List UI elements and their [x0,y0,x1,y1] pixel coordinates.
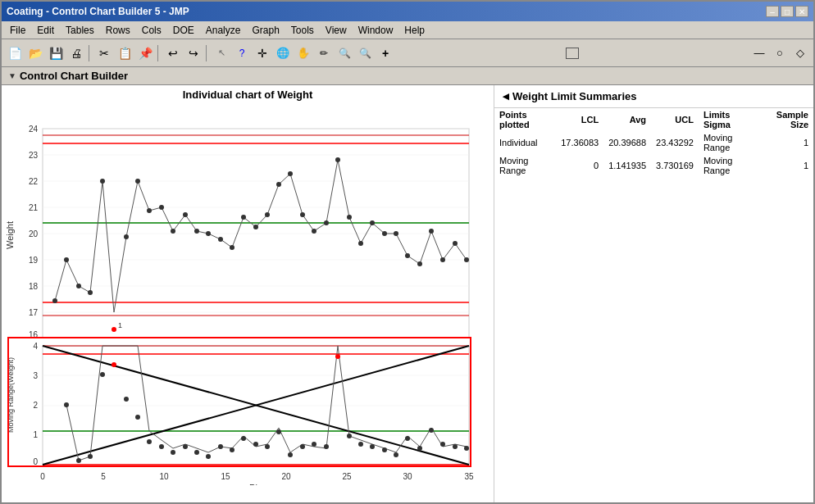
toolbar-circle[interactable]: ○ [770,43,790,63]
data-point [147,208,152,213]
data-point [440,257,445,262]
menu-file[interactable]: File [5,24,30,37]
close-button[interactable]: ✕ [795,6,808,17]
data-point [358,241,363,246]
mr-data-point [159,444,164,449]
menu-tools[interactable]: Tools [286,24,319,37]
toolbar-paste[interactable]: 📌 [135,43,155,63]
chart-title: Individual chart of Weight [2,85,494,104]
data-point [159,205,164,210]
svg-text:19: 19 [29,256,39,265]
svg-text:2: 2 [33,401,38,410]
menu-rows[interactable]: Rows [101,24,135,37]
toolbar-undo[interactable]: ↩ [163,43,183,63]
mr-data-point [206,454,211,459]
data-point [52,298,57,303]
data-point [370,220,375,225]
mr-data-point [347,434,352,438]
menu-help[interactable]: Help [399,24,430,37]
summary-collapse-icon[interactable]: ◀ [503,92,509,101]
toolbar-diamond[interactable]: ◇ [790,43,810,63]
toolbar-move[interactable]: ✛ [253,43,272,63]
svg-text:5: 5 [101,472,106,481]
svg-text:10: 10 [159,472,169,481]
toolbar-question[interactable]: ? [232,43,252,63]
toolbar-pen[interactable]: ✏ [314,43,334,63]
table-row: Individual 17.36083 20.39688 23.43292 Mo… [494,131,813,154]
mr-data-point [64,402,69,407]
mr-data-point [241,436,246,441]
toolbar-new[interactable]: 📄 [5,43,25,63]
data-point [124,234,129,239]
col-header-limits: Limits Sigma [699,108,758,131]
mr-data-point [147,439,152,444]
section-header: ▼ Control Chart Builder [2,67,813,85]
chart-area: Individual chart of Weight Weight Moving… [2,85,494,502]
collapse-icon[interactable]: ▼ [8,71,16,80]
menu-window[interactable]: Window [353,24,398,37]
row2-avg: 1.141935 [603,154,651,177]
svg-text:24: 24 [29,125,39,134]
toolbar: 📄 📂 💾 🖨 ✂ 📋 📌 ↩ ↪ ↖ ? ✛ 🌐 ✋ ✏ 🔍 🔍 + — ○ … [2,39,813,67]
data-point [464,257,469,262]
toolbar-sep1 [89,45,92,61]
svg-text:0: 0 [40,472,45,481]
menu-view[interactable]: View [321,24,352,37]
mr-data-point [440,442,445,447]
data-point [253,225,258,229]
toolbar-globe[interactable]: 🌐 [273,43,293,63]
row1-avg: 20.39688 [603,131,651,154]
svg-text:23: 23 [29,151,39,160]
mr-data-point [265,444,270,449]
mr-data-point [324,444,329,449]
toolbar-cut[interactable]: ✂ [94,43,114,63]
toolbar-open[interactable]: 📂 [25,43,45,63]
data-point [405,253,410,258]
data-point [88,290,93,295]
mr-data-point [288,452,293,457]
data-point [335,157,340,162]
toolbar-zoom-out[interactable]: 🔍 [335,43,354,63]
mr-data-point [183,444,188,449]
mr-data-point [429,428,434,433]
data-point [288,171,293,176]
toolbar-cursor[interactable]: ↖ [212,43,231,63]
col-header-points: Pointsplotted [494,108,556,131]
menu-tables[interactable]: Tables [61,24,99,37]
maximize-button[interactable]: □ [781,6,794,17]
data-point [100,179,105,184]
main-window: Coating - Control Chart Builder 5 - JMP … [0,0,815,504]
svg-rect-0 [43,129,469,338]
menu-graph[interactable]: Graph [247,24,284,37]
col-header-avg: Avg [603,108,651,131]
svg-text:35: 35 [464,472,474,481]
menu-edit[interactable]: Edit [32,24,59,37]
data-point [382,231,387,236]
svg-text:25: 25 [342,472,352,481]
toolbar-plus[interactable]: + [376,43,395,63]
data-point [429,229,434,234]
data-point [394,231,398,236]
toolbar-save[interactable]: 💾 [46,43,66,63]
toolbar-hand[interactable]: ✋ [294,43,313,63]
menu-analyze[interactable]: Analyze [201,24,246,37]
toolbar-zoom-in[interactable]: 🔍 [355,43,375,63]
data-point [218,237,223,242]
toolbar-redo[interactable]: ↪ [184,43,203,63]
main-chart-svg[interactable]: Weight Moving Range(Weight) 24 23 22 21 … [2,104,477,485]
toolbar-copy[interactable]: 📋 [115,43,134,63]
mr-data-point [300,444,305,449]
menu-bar: File Edit Tables Rows Cols DOE Analyze G… [2,21,813,39]
menu-cols[interactable]: Cols [137,24,166,37]
mr-data-point [194,450,199,455]
toolbar-print[interactable]: 🖨 [66,43,86,63]
toolbar-line[interactable]: — [749,43,769,63]
data-point [171,229,175,234]
toolbar-rect[interactable] [566,48,579,59]
row1-limits: Moving Range [699,131,758,154]
title-bar: Coating - Control Chart Builder 5 - JMP … [2,2,813,21]
minimize-button[interactable]: – [766,6,779,17]
menu-doe[interactable]: DOE [168,24,199,37]
svg-text:17: 17 [29,308,39,317]
svg-text:15: 15 [221,472,230,481]
